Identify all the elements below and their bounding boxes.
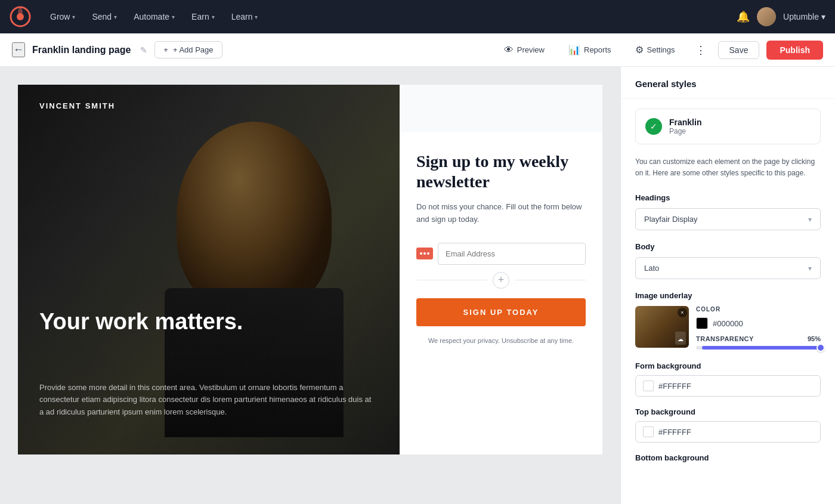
sidebar-description: You can customize each element on the pa…: [635, 156, 821, 179]
headings-chevron-icon: ▾: [808, 215, 812, 224]
settings-icon: ⚙: [635, 44, 644, 55]
divider-right: [514, 280, 586, 280]
nav-item-automate[interactable]: Automate ▾: [126, 8, 182, 25]
nav-item-learn[interactable]: Learn ▾: [224, 8, 265, 25]
hero-headline: Your work matters.: [39, 309, 376, 335]
image-thumbnail[interactable]: × ☁: [635, 306, 689, 348]
page-title: Franklin landing page: [32, 45, 131, 55]
sidebar-body: ✓ Franklin Page You can customize each e…: [621, 99, 835, 483]
body-font-dropdown[interactable]: Lato ▾: [635, 257, 821, 279]
hero-author-name: VINCENT SMITH: [39, 101, 115, 110]
color-swatch[interactable]: [696, 317, 708, 329]
reports-button[interactable]: 📊 Reports: [560, 41, 620, 59]
transparency-label: TRANSPARENCY: [696, 335, 754, 342]
add-field-row: +: [416, 272, 586, 289]
add-page-plus-icon: +: [163, 45, 168, 54]
user-chevron-icon: ▾: [821, 12, 825, 21]
divider-left: [416, 280, 488, 280]
form-background-section: Form background #FFFFFF: [635, 361, 821, 397]
headings-label: Headings: [635, 193, 821, 202]
save-button[interactable]: Save: [718, 41, 760, 59]
back-button[interactable]: ←: [12, 42, 25, 57]
nav-item-send[interactable]: Send ▾: [85, 8, 124, 25]
bottom-background-section: Bottom background: [635, 453, 821, 462]
add-page-button[interactable]: + + Add Page: [154, 41, 222, 58]
automate-chevron-icon: ▾: [172, 14, 175, 20]
top-background-section: Top background #FFFFFF: [635, 407, 821, 443]
privacy-text: We respect your privacy. Unsubscribe at …: [416, 336, 586, 346]
form-bg-label: Form background: [635, 361, 821, 370]
image-underlay-row: × ☁ COLOR #000000 TRANSPARENCY 95%: [635, 306, 821, 350]
body-chevron-icon: ▾: [808, 264, 812, 273]
user-menu[interactable]: Uptumble ▾: [783, 12, 825, 21]
send-chevron-icon: ▾: [114, 14, 117, 20]
edit-title-icon[interactable]: ✎: [140, 45, 147, 55]
hero-body-text: Provide some more detail in this content…: [39, 382, 376, 419]
nav-right-section: 🔔 Uptumble ▾: [737, 7, 825, 26]
form-bg-value: #FFFFFF: [658, 382, 691, 391]
transparency-header: TRANSPARENCY 95%: [696, 335, 821, 342]
bottom-bg-label: Bottom background: [635, 453, 821, 462]
franklin-sub: Page: [669, 127, 701, 135]
transparency-value: 95%: [808, 335, 821, 342]
notification-bell-icon[interactable]: 🔔: [737, 10, 750, 23]
earn-chevron-icon: ▾: [212, 14, 215, 20]
color-label: COLOR: [696, 306, 821, 313]
transparency-thumb[interactable]: [817, 344, 825, 352]
headings-font-dropdown[interactable]: Playfair Display ▾: [635, 208, 821, 230]
email-input[interactable]: [438, 243, 586, 265]
top-bg-value: #FFFFFF: [658, 428, 691, 437]
preview-icon: 👁: [504, 45, 514, 55]
top-bg-swatch: [643, 426, 654, 437]
form-heading: Sign up to my weekly newsletter: [416, 151, 586, 191]
headings-font-value: Playfair Display: [644, 215, 698, 224]
form-content: Sign up to my weekly newsletter Do not m…: [400, 132, 602, 362]
color-value: #000000: [713, 319, 743, 328]
nav-menu: Grow ▾ Send ▾ Automate ▾ Earn ▾ Learn ▾: [43, 8, 737, 25]
transparency-slider[interactable]: [696, 346, 821, 350]
image-edit-icon: ☁: [675, 332, 686, 345]
avatar[interactable]: [757, 7, 776, 26]
email-icon-dots: [420, 252, 429, 255]
learn-chevron-icon: ▾: [255, 14, 258, 20]
franklin-name: Franklin: [669, 118, 701, 127]
form-bg-swatch: [643, 381, 654, 391]
nav-item-earn[interactable]: Earn ▾: [184, 8, 222, 25]
nav-item-grow[interactable]: Grow ▾: [43, 8, 82, 25]
close-icon: ×: [681, 310, 684, 316]
body-label: Body: [635, 242, 821, 251]
app-logo[interactable]: [10, 6, 31, 27]
right-sidebar: General styles ✓ Franklin Page You can c…: [620, 67, 835, 504]
add-field-button[interactable]: +: [493, 272, 509, 289]
franklin-info: Franklin Page: [669, 118, 701, 135]
preview-button[interactable]: 👁 Preview: [496, 41, 553, 59]
email-icon: [416, 248, 433, 259]
grow-chevron-icon: ▾: [72, 14, 75, 20]
submit-button[interactable]: SIGN UP TODAY: [416, 298, 586, 326]
form-top-bar: [400, 85, 602, 132]
top-bg-color-input[interactable]: #FFFFFF: [635, 421, 821, 443]
email-field-row: [416, 243, 586, 265]
settings-button[interactable]: ⚙ Settings: [627, 41, 684, 59]
publish-button[interactable]: Publish: [766, 41, 823, 60]
avatar-image: [757, 7, 776, 26]
form-subtext: Do not miss your chance. Fill out the fo…: [416, 201, 586, 226]
page-preview: VINCENT SMITH Your work matters. Provide…: [18, 85, 602, 454]
canvas-area: VINCENT SMITH Your work matters. Provide…: [0, 67, 620, 504]
color-section: COLOR #000000 TRANSPARENCY 95%: [696, 306, 821, 350]
transparency-fill: [702, 346, 821, 350]
body-font-value: Lato: [644, 264, 659, 273]
check-icon: ✓: [645, 118, 662, 135]
top-bg-label: Top background: [635, 407, 821, 416]
main-layout: VINCENT SMITH Your work matters. Provide…: [0, 67, 835, 504]
color-row: #000000: [696, 317, 821, 329]
more-options-button[interactable]: ⋮: [691, 41, 711, 59]
franklin-card[interactable]: ✓ Franklin Page: [635, 109, 821, 144]
reports-icon: 📊: [568, 44, 580, 55]
image-underlay-label: Image underlay: [635, 291, 821, 300]
hero-section[interactable]: VINCENT SMITH Your work matters. Provide…: [18, 85, 400, 454]
top-navigation: Grow ▾ Send ▾ Automate ▾ Earn ▾ Learn ▾ …: [0, 0, 835, 33]
signup-form-section: Sign up to my weekly newsletter Do not m…: [400, 85, 602, 454]
page-toolbar: ← Franklin landing page ✎ + + Add Page 👁…: [0, 33, 835, 67]
form-bg-color-input[interactable]: #FFFFFF: [635, 375, 821, 397]
